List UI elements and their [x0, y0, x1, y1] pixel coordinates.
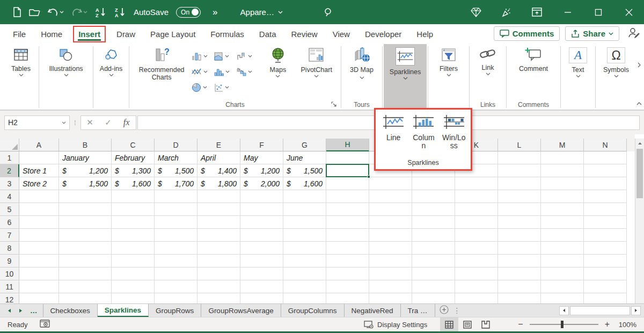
cell-H1[interactable] [326, 151, 369, 164]
minimize-button[interactable] [552, 0, 583, 24]
map3d-button[interactable]: 3D Map [349, 47, 375, 82]
cell-A2[interactable]: Store 1 [19, 164, 59, 177]
cell-D1[interactable]: March [155, 151, 197, 164]
cell-N12[interactable] [584, 293, 627, 303]
column-header-N[interactable]: N [584, 139, 627, 151]
vertical-scrollbar-thumb[interactable] [636, 149, 643, 198]
cell-E11[interactable] [197, 280, 240, 293]
row-header-12[interactable]: 12 [0, 293, 19, 303]
tab-home[interactable]: Home [40, 26, 63, 42]
cell-B3[interactable]: $1,500 [59, 177, 112, 190]
cell-E8[interactable] [197, 242, 240, 255]
cell-F7[interactable] [240, 229, 283, 242]
sheet-next-icon[interactable] [19, 307, 23, 315]
cell-N7[interactable] [584, 229, 627, 242]
cell-I8[interactable] [369, 242, 412, 255]
sparklines-button[interactable]: Sparklines [385, 47, 426, 80]
scatter-line-chart-button[interactable] [192, 64, 214, 79]
tab-formulas[interactable]: Formulas [209, 26, 245, 42]
cell-J10[interactable] [412, 267, 455, 280]
cell-N9[interactable] [584, 255, 627, 267]
cell-J12[interactable] [412, 293, 455, 303]
cell-J8[interactable] [412, 242, 455, 255]
name-box[interactable]: H2 [4, 115, 70, 130]
column-header-H[interactable]: H [326, 139, 369, 151]
cell-I11[interactable] [369, 280, 412, 293]
cell-A9[interactable] [19, 255, 59, 267]
pie-chart-button[interactable] [192, 79, 214, 95]
cell-C12[interactable] [112, 293, 155, 303]
cell-G12[interactable] [283, 293, 326, 303]
cell-K7[interactable] [455, 229, 498, 242]
cell-I7[interactable] [369, 229, 412, 242]
cell-M11[interactable] [541, 280, 584, 293]
cell-J3[interactable] [412, 177, 455, 190]
cell-H6[interactable] [326, 216, 369, 229]
document-title[interactable]: Appare… [240, 8, 283, 17]
tab-review[interactable]: Review [290, 26, 319, 42]
cell-C8[interactable] [112, 242, 155, 255]
tab-file[interactable]: File [12, 26, 27, 42]
cell-K10[interactable] [455, 267, 498, 280]
cell-J7[interactable] [412, 229, 455, 242]
fill-handle[interactable] [367, 175, 370, 178]
cell-A5[interactable] [19, 203, 59, 216]
row-header-4[interactable]: 4 [0, 190, 19, 203]
cell-I9[interactable] [369, 255, 412, 267]
cell-H7[interactable] [326, 229, 369, 242]
row-header-11[interactable]: 11 [0, 280, 19, 293]
ribbon-display-options-icon[interactable] [522, 0, 552, 24]
cell-M2[interactable] [541, 164, 584, 177]
cell-K6[interactable] [455, 216, 498, 229]
cell-F2[interactable]: $1,200 [240, 164, 283, 177]
sort-za-icon[interactable]: ZA [114, 7, 126, 18]
cell-N3[interactable] [584, 177, 627, 190]
cell-C3[interactable]: $1,600 [112, 177, 155, 190]
column-header-M[interactable]: M [541, 139, 584, 151]
share-button[interactable]: Share [565, 26, 619, 41]
area-chart-button[interactable] [214, 48, 237, 64]
filters-button[interactable]: Filters [433, 47, 465, 77]
zoom-out-button[interactable]: − [518, 320, 523, 329]
cell-D5[interactable] [155, 203, 197, 216]
tab-developer[interactable]: Developer [364, 26, 402, 42]
cell-D4[interactable] [155, 190, 197, 203]
premium-diamond-icon[interactable] [460, 0, 491, 24]
cell-I12[interactable] [369, 293, 412, 303]
cell-H12[interactable] [326, 293, 369, 303]
recommended-charts-button[interactable]: ? Recommended Charts [134, 47, 189, 82]
column-header-A[interactable]: A [19, 139, 59, 151]
charts-dialog-launcher[interactable] [331, 101, 336, 108]
row-header-9[interactable]: 9 [0, 255, 19, 267]
vertical-scrollbar[interactable] [635, 139, 644, 303]
cell-E2[interactable]: $1,400 [197, 164, 240, 177]
cell-A8[interactable] [19, 242, 59, 255]
cell-J5[interactable] [412, 203, 455, 216]
cell-E1[interactable]: April [197, 151, 240, 164]
tab-view[interactable]: View [332, 26, 351, 42]
cell-G7[interactable] [283, 229, 326, 242]
cell-A12[interactable] [19, 293, 59, 303]
cell-K4[interactable] [455, 190, 498, 203]
sheet-tab-sparklines[interactable]: Sparklines [98, 304, 149, 317]
whats-new-icon[interactable] [491, 0, 522, 24]
sheet-tab-grouprows[interactable]: GroupRows [149, 304, 201, 317]
maximize-button[interactable] [583, 0, 613, 24]
cell-B11[interactable] [59, 280, 112, 293]
column-header-F[interactable]: F [240, 139, 283, 151]
cell-M10[interactable] [541, 267, 584, 280]
cell-B5[interactable] [59, 203, 112, 216]
cell-C7[interactable] [112, 229, 155, 242]
cell-N2[interactable] [584, 164, 627, 177]
cell-B2[interactable]: $1,200 [59, 164, 112, 177]
cell-N5[interactable] [584, 203, 627, 216]
cell-G3[interactable]: $1,600 [283, 177, 326, 190]
column-chart-button[interactable] [192, 48, 214, 64]
cell-D10[interactable] [155, 267, 197, 280]
cell-F1[interactable]: May [240, 151, 283, 164]
cell-E3[interactable]: $1,800 [197, 177, 240, 190]
cell-M4[interactable] [541, 190, 584, 203]
cell-J9[interactable] [412, 255, 455, 267]
normal-view-button[interactable] [440, 317, 458, 331]
zoom-slider[interactable] [530, 324, 598, 325]
